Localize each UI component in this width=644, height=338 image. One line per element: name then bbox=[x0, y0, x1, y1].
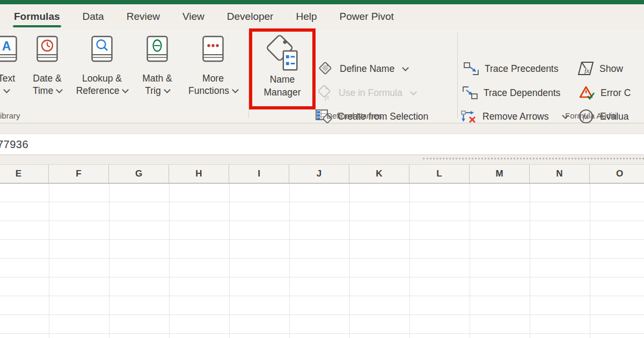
column-header-l[interactable]: L bbox=[409, 165, 470, 183]
show-formulas-icon: fx bbox=[577, 61, 595, 76]
error-checking-button[interactable]: Error C bbox=[579, 84, 631, 101]
button-label: Show bbox=[599, 63, 623, 75]
button-label: Reference bbox=[76, 85, 120, 97]
button-label: Remove Arrows bbox=[482, 111, 549, 122]
remove-arrows-icon bbox=[460, 109, 478, 124]
tab-data[interactable]: Data bbox=[82, 5, 105, 29]
group-separator bbox=[457, 32, 458, 118]
trace-dependents-icon bbox=[462, 86, 479, 100]
tab-developer[interactable]: Developer bbox=[226, 5, 275, 29]
button-label: Math & bbox=[142, 73, 172, 84]
chevron-down-icon bbox=[3, 86, 10, 93]
tab-power-pivot[interactable]: Power Pivot bbox=[339, 5, 395, 29]
tab-view[interactable]: View bbox=[181, 5, 206, 29]
button-label: Trig bbox=[145, 85, 161, 97]
tab-help[interactable]: Help bbox=[295, 5, 318, 29]
titlebar bbox=[0, 0, 644, 4]
group-label-formula-auditing: Formula Auditi bbox=[565, 111, 617, 120]
highlight-box bbox=[249, 28, 316, 109]
trace-precedents-icon bbox=[463, 62, 480, 76]
column-header-i[interactable]: I bbox=[229, 165, 289, 183]
button-label: Date & bbox=[33, 73, 62, 84]
column-header-o[interactable]: O bbox=[590, 165, 644, 183]
name-box-value[interactable]: 77936 bbox=[0, 138, 28, 151]
trace-precedents-button[interactable]: Trace Precedents bbox=[463, 60, 558, 77]
tab-review[interactable]: Review bbox=[126, 5, 161, 29]
button-label: Functions bbox=[188, 85, 229, 97]
svg-text:fx: fx bbox=[584, 67, 590, 75]
chevron-down-icon bbox=[164, 86, 171, 93]
column-header-j[interactable]: J bbox=[289, 165, 349, 183]
button-label: Define Name bbox=[340, 63, 394, 75]
excel-window: Formulas Data Review View Developer Help… bbox=[0, 0, 644, 338]
dotted-divider bbox=[423, 158, 644, 159]
show-formulas-button[interactable]: fx Show bbox=[577, 60, 623, 77]
date-time-icon bbox=[16, 35, 78, 63]
chevron-down-icon bbox=[232, 86, 239, 93]
gridline-horizontal bbox=[0, 277, 644, 277]
button-label: Trace Precedents bbox=[485, 63, 558, 75]
math-trig-icon bbox=[126, 35, 188, 63]
remove-arrows-button[interactable]: Remove Arrows bbox=[460, 108, 568, 125]
group-label-defined-names: Defined Names bbox=[306, 111, 402, 120]
column-header-h[interactable]: H bbox=[169, 165, 229, 183]
more-functions-button[interactable]: More Functions bbox=[182, 35, 244, 97]
sheet-grid[interactable] bbox=[0, 183, 644, 338]
gridline-horizontal bbox=[0, 333, 644, 334]
ribbon-lower-strip bbox=[0, 123, 644, 134]
column-header-m[interactable]: M bbox=[470, 165, 530, 183]
svg-text:fx: fx bbox=[325, 93, 330, 101]
group-label-function-library: ibrary bbox=[0, 111, 20, 120]
column-headers: EFGHIJKLMNO bbox=[0, 164, 644, 184]
gridline-horizontal bbox=[0, 202, 644, 202]
svg-text:A: A bbox=[2, 39, 11, 53]
define-name-icon bbox=[318, 61, 335, 77]
gridline-horizontal bbox=[0, 221, 644, 221]
ribbon: A Text Date & Time bbox=[0, 30, 644, 123]
error-checking-icon bbox=[579, 85, 596, 101]
column-header-e[interactable]: E bbox=[0, 165, 49, 183]
button-label: Time bbox=[33, 85, 53, 97]
tab-formulas[interactable]: Formulas bbox=[13, 5, 61, 29]
column-header-k[interactable]: K bbox=[349, 165, 409, 183]
use-in-formula-button: fx Use in Formula bbox=[317, 84, 416, 101]
lookup-reference-icon bbox=[71, 35, 133, 63]
math-trig-button[interactable]: Math & Trig bbox=[126, 35, 188, 97]
column-header-n[interactable]: N bbox=[530, 165, 590, 183]
chevron-down-icon bbox=[56, 86, 63, 93]
ribbon-tab-bar: Formulas Data Review View Developer Help… bbox=[0, 4, 644, 30]
gridline-horizontal bbox=[0, 296, 644, 296]
column-header-g[interactable]: G bbox=[109, 165, 169, 183]
button-label: Use in Formula bbox=[339, 87, 402, 99]
use-in-formula-icon: fx bbox=[317, 85, 334, 101]
button-label: Error C bbox=[601, 87, 631, 99]
date-time-button[interactable]: Date & Time bbox=[16, 35, 78, 97]
chevron-down-icon bbox=[402, 64, 409, 71]
chevron-down-icon bbox=[410, 89, 417, 95]
gridline-horizontal bbox=[0, 239, 644, 240]
gridline-horizontal bbox=[0, 258, 644, 259]
define-name-button[interactable]: Define Name bbox=[318, 60, 408, 77]
trace-dependents-button[interactable]: Trace Dependents bbox=[462, 84, 560, 101]
button-label: More bbox=[202, 73, 224, 84]
lookup-reference-button[interactable]: Lookup & Reference bbox=[71, 35, 133, 97]
more-functions-icon bbox=[182, 35, 244, 63]
button-label: Trace Dependents bbox=[484, 87, 560, 99]
gridline-horizontal bbox=[0, 314, 644, 315]
button-label: Lookup & bbox=[82, 73, 122, 84]
formula-bar-lower-strip bbox=[0, 155, 644, 164]
button-label: Text bbox=[0, 73, 15, 84]
column-header-f[interactable]: F bbox=[49, 165, 109, 183]
formula-bar[interactable]: 77936 bbox=[0, 134, 644, 155]
